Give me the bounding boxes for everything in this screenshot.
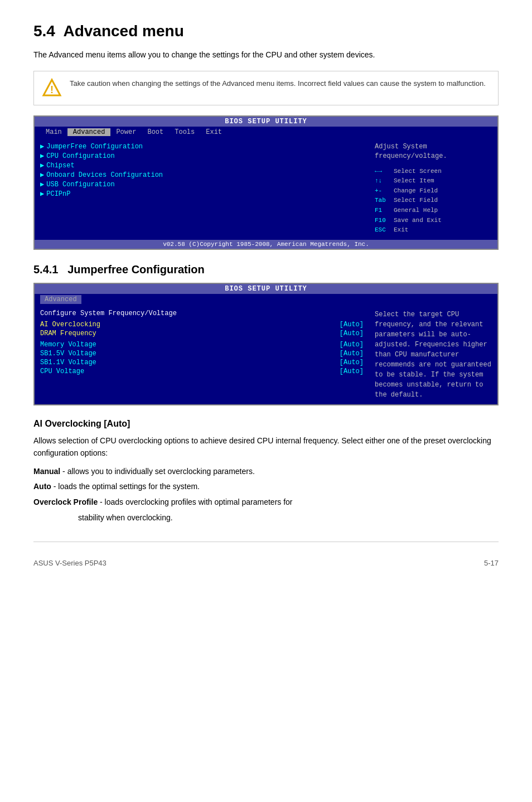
subsection-number: 5.4.1	[33, 263, 58, 276]
bios-item-jumperfree: ▶ JumperFree Configuration	[40, 142, 364, 151]
section-divider	[33, 542, 499, 542]
section-title: 5.4 Advanced menu	[33, 22, 499, 40]
subsection-title: 5.4.1 Jumperfree Configuration	[33, 263, 499, 276]
subsection-title-text: Jumperfree Configuration	[67, 263, 205, 276]
footer-right: 5-17	[484, 559, 499, 567]
bios-body-2: Configure System Frequency/Voltage AI Ov…	[35, 305, 497, 404]
bios-right-panel-1: Adjust Systemfrequency/voltage. ←→Select…	[369, 142, 492, 235]
bios2-field-dram: DRAM Frequency	[40, 330, 96, 337]
caution-text: Take caution when changing the settings …	[70, 78, 486, 89]
bios-footer-1: v02.58 (C)Copyright 1985-2008, American …	[35, 240, 497, 249]
bios2-value-sb15v: [Auto]	[340, 350, 364, 357]
bios-title-2: BIOS SETUP UTILITY	[35, 284, 497, 294]
bios-left-panel-1: ▶ JumperFree Configuration ▶ CPU Configu…	[40, 142, 364, 235]
bios2-field-memory: Memory Voltage	[40, 341, 96, 349]
bios-item-cpu-config: ▶ CPU Configuration	[40, 152, 364, 160]
caution-box: ! Take caution when changing the setting…	[33, 71, 499, 105]
bios2-config-header: Configure System Frequency/Voltage	[40, 310, 364, 317]
option-auto-label: Auto	[33, 482, 51, 491]
key-general-help: General Help	[394, 206, 438, 216]
bios-screen-2: BIOS SETUP UTILITY Advanced Configure Sy…	[33, 283, 499, 405]
key-select-item: Select Item	[394, 176, 434, 186]
bios-menu-bar-2: Advanced	[35, 294, 497, 305]
section-description: The Advanced menu items allow you to cha…	[33, 49, 499, 61]
page-footer: ASUS V-Series P5P43 5-17	[33, 559, 499, 567]
option-overclock-label: Overclock Profile	[33, 497, 98, 506]
bios2-field-cpu-voltage: CPU Voltage	[40, 368, 84, 375]
key-save-exit: Save and Exit	[394, 216, 442, 226]
bios-menu-advanced[interactable]: Advanced	[67, 128, 111, 136]
bios-screen-1: BIOS SETUP UTILITY Main Advanced Power B…	[33, 115, 499, 250]
bios2-value-cpu-voltage: [Auto]	[340, 368, 364, 375]
bios2-row-cpu-voltage: CPU Voltage [Auto]	[40, 368, 364, 375]
key-select-field: Select Field	[394, 196, 438, 206]
bios-help-text-1: Adjust Systemfrequency/voltage.	[375, 142, 492, 161]
bios2-value-memory: [Auto]	[340, 341, 364, 349]
ai-overclocking-title: AI Overclocking [Auto]	[33, 419, 499, 429]
bios2-row-sb15v: SB1.5V Voltage [Auto]	[40, 350, 364, 357]
bios2-right-panel: Select the target CPU frequency, and the…	[369, 310, 492, 400]
bios-item-pcipnp: ▶ PCIPnP	[40, 190, 364, 198]
bios-item-chipset: ▶ Chipset	[40, 161, 364, 170]
section-number: 5.4	[33, 22, 55, 40]
bios-item-onboard: ▶ Onboard Devices Configuration	[40, 171, 364, 179]
bios2-value-ai: [Auto]	[340, 321, 364, 328]
footer-left: ASUS V-Series P5P43	[33, 559, 107, 567]
bios2-field-sb11v: SB1.1V Voltage	[40, 359, 96, 366]
key-exit: Exit	[394, 225, 408, 235]
bios-menu-main[interactable]: Main	[40, 128, 67, 136]
bios2-field-ai: AI Overclocking	[40, 321, 100, 328]
svg-text:!: !	[50, 84, 54, 95]
bios-menu-bar-1: Main Advanced Power Boot Tools Exit	[35, 127, 497, 138]
bios-title-1: BIOS SETUP UTILITY	[35, 117, 497, 127]
bios-body-1: ▶ JumperFree Configuration ▶ CPU Configu…	[35, 138, 497, 240]
bios2-row-memory: Memory Voltage [Auto]	[40, 341, 364, 349]
key-select-screen: Select Screen	[394, 167, 442, 177]
bios2-row-ai-overclocking: AI Overclocking [Auto]	[40, 321, 364, 328]
bios2-left-panel: Configure System Frequency/Voltage AI Ov…	[40, 310, 364, 400]
option-overclock-indent: stability when overclocking.	[78, 511, 499, 525]
section-title-text: Advanced menu	[63, 22, 183, 40]
bios2-field-sb15v: SB1.5V Voltage	[40, 350, 96, 357]
option-overclock: Overclock Profile - loads overclocking p…	[33, 496, 499, 509]
bios2-row-dram: DRAM Frequency [Auto]	[40, 330, 364, 337]
bios-item-usb: ▶ USB Configuration	[40, 180, 364, 189]
bios-menu-boot[interactable]: Boot	[142, 128, 169, 136]
bios-key-help-1: ←→Select Screen ↑↓Select Item +-Change F…	[375, 167, 492, 235]
bios-menu-exit[interactable]: Exit	[200, 128, 228, 136]
bios2-value-dram: [Auto]	[340, 330, 364, 337]
key-change-field: Change Field	[394, 186, 438, 196]
bios-menu-power[interactable]: Power	[110, 128, 142, 136]
bios2-value-sb11v: [Auto]	[340, 359, 364, 366]
bios2-menu-advanced[interactable]: Advanced	[40, 295, 81, 304]
ai-overclocking-desc: Allows selection of CPU overclocking opt…	[33, 434, 499, 460]
option-manual: Manual - allows you to individually set …	[33, 465, 499, 479]
option-manual-label: Manual	[33, 467, 60, 476]
option-auto: Auto - loads the optimal settings for th…	[33, 480, 499, 494]
bios-menu-tools[interactable]: Tools	[169, 128, 200, 136]
warning-icon: !	[42, 78, 62, 98]
bios2-row-sb11v: SB1.1V Voltage [Auto]	[40, 359, 364, 366]
